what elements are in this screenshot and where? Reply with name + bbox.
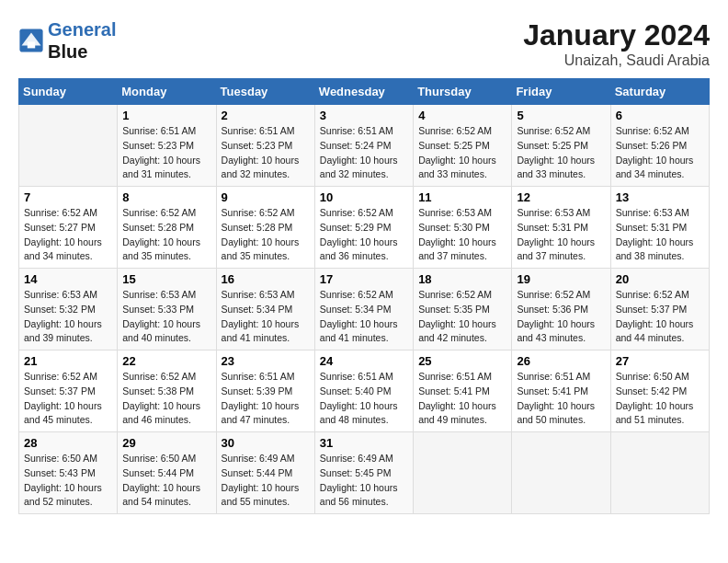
day-number: 27 xyxy=(616,354,704,368)
day-number: 12 xyxy=(517,190,605,204)
day-number: 21 xyxy=(24,354,112,368)
calendar-cell: 29Sunrise: 6:50 AMSunset: 5:44 PMDayligh… xyxy=(118,432,216,514)
day-number: 14 xyxy=(24,272,112,286)
day-number: 30 xyxy=(222,436,310,450)
calendar-header-row: SundayMondayTuesdayWednesdayThursdayFrid… xyxy=(19,79,710,105)
day-info: Sunrise: 6:51 AMSunset: 5:40 PMDaylight:… xyxy=(320,370,408,428)
day-number: 11 xyxy=(418,190,506,204)
day-info: Sunrise: 6:49 AMSunset: 5:44 PMDaylight:… xyxy=(222,452,310,510)
calendar-cell: 5Sunrise: 6:52 AMSunset: 5:25 PMDaylight… xyxy=(512,105,610,187)
header-monday: Monday xyxy=(118,79,216,105)
day-number: 31 xyxy=(320,436,408,450)
day-info: Sunrise: 6:53 AMSunset: 5:31 PMDaylight:… xyxy=(616,206,704,264)
svg-rect-2 xyxy=(28,41,35,48)
day-info: Sunrise: 6:52 AMSunset: 5:25 PMDaylight:… xyxy=(517,124,605,182)
calendar-cell xyxy=(19,105,118,187)
day-number: 26 xyxy=(517,354,605,368)
calendar-cell: 7Sunrise: 6:52 AMSunset: 5:27 PMDaylight… xyxy=(19,187,118,269)
calendar-table: SundayMondayTuesdayWednesdayThursdayFrid… xyxy=(18,78,710,514)
day-number: 28 xyxy=(24,436,112,450)
day-info: Sunrise: 6:53 AMSunset: 5:33 PMDaylight:… xyxy=(122,288,210,346)
day-info: Sunrise: 6:52 AMSunset: 5:25 PMDaylight:… xyxy=(418,124,506,182)
header-sunday: Sunday xyxy=(19,79,118,105)
logo-icon xyxy=(18,28,44,53)
day-info: Sunrise: 6:52 AMSunset: 5:37 PMDaylight:… xyxy=(24,370,112,428)
day-info: Sunrise: 6:51 AMSunset: 5:41 PMDaylight:… xyxy=(517,370,605,428)
day-number: 24 xyxy=(320,354,408,368)
calendar-cell: 19Sunrise: 6:52 AMSunset: 5:36 PMDayligh… xyxy=(512,269,610,350)
day-info: Sunrise: 6:53 AMSunset: 5:30 PMDaylight:… xyxy=(418,206,506,264)
day-info: Sunrise: 6:53 AMSunset: 5:31 PMDaylight:… xyxy=(517,206,605,264)
calendar-cell: 22Sunrise: 6:52 AMSunset: 5:38 PMDayligh… xyxy=(118,350,216,432)
calendar-cell: 3Sunrise: 6:51 AMSunset: 5:24 PMDaylight… xyxy=(314,105,413,187)
day-info: Sunrise: 6:53 AMSunset: 5:32 PMDaylight:… xyxy=(24,288,112,346)
calendar-cell: 26Sunrise: 6:51 AMSunset: 5:41 PMDayligh… xyxy=(512,350,610,432)
day-number: 15 xyxy=(122,272,210,286)
day-number: 8 xyxy=(122,190,210,204)
calendar-cell: 14Sunrise: 6:53 AMSunset: 5:32 PMDayligh… xyxy=(19,269,118,350)
day-number: 2 xyxy=(222,109,310,122)
calendar-cell: 25Sunrise: 6:51 AMSunset: 5:41 PMDayligh… xyxy=(414,350,512,432)
calendar-cell: 4Sunrise: 6:52 AMSunset: 5:25 PMDaylight… xyxy=(414,105,512,187)
week-row-3: 14Sunrise: 6:53 AMSunset: 5:32 PMDayligh… xyxy=(19,269,710,350)
calendar-cell: 28Sunrise: 6:50 AMSunset: 5:43 PMDayligh… xyxy=(19,432,118,514)
day-info: Sunrise: 6:52 AMSunset: 5:38 PMDaylight:… xyxy=(122,370,210,428)
day-number: 23 xyxy=(222,354,310,368)
day-info: Sunrise: 6:51 AMSunset: 5:39 PMDaylight:… xyxy=(222,370,310,428)
day-number: 10 xyxy=(320,190,408,204)
calendar-cell: 11Sunrise: 6:53 AMSunset: 5:30 PMDayligh… xyxy=(414,187,512,269)
calendar-cell: 9Sunrise: 6:52 AMSunset: 5:28 PMDaylight… xyxy=(216,187,314,269)
header-thursday: Thursday xyxy=(414,79,512,105)
calendar-cell: 6Sunrise: 6:52 AMSunset: 5:26 PMDaylight… xyxy=(610,105,709,187)
calendar-cell: 23Sunrise: 6:51 AMSunset: 5:39 PMDayligh… xyxy=(216,350,314,432)
day-number: 20 xyxy=(616,272,704,286)
day-number: 7 xyxy=(24,190,112,204)
day-number: 16 xyxy=(222,272,310,286)
calendar-title: January 2024 xyxy=(523,18,710,52)
week-row-5: 28Sunrise: 6:50 AMSunset: 5:43 PMDayligh… xyxy=(19,432,710,514)
day-number: 19 xyxy=(517,272,605,286)
day-info: Sunrise: 6:52 AMSunset: 5:37 PMDaylight:… xyxy=(616,288,704,346)
calendar-cell: 27Sunrise: 6:50 AMSunset: 5:42 PMDayligh… xyxy=(610,350,709,432)
calendar-cell: 21Sunrise: 6:52 AMSunset: 5:37 PMDayligh… xyxy=(19,350,118,432)
calendar-cell: 18Sunrise: 6:52 AMSunset: 5:35 PMDayligh… xyxy=(414,269,512,350)
day-info: Sunrise: 6:49 AMSunset: 5:45 PMDaylight:… xyxy=(320,452,408,510)
logo-text: General Blue xyxy=(48,18,116,63)
day-info: Sunrise: 6:50 AMSunset: 5:42 PMDaylight:… xyxy=(616,370,704,428)
day-number: 17 xyxy=(320,272,408,286)
calendar-cell: 12Sunrise: 6:53 AMSunset: 5:31 PMDayligh… xyxy=(512,187,610,269)
calendar-subtitle: Unaizah, Saudi Arabia xyxy=(523,52,710,69)
header-tuesday: Tuesday xyxy=(216,79,314,105)
calendar-cell: 17Sunrise: 6:52 AMSunset: 5:34 PMDayligh… xyxy=(314,269,413,350)
logo: General Blue xyxy=(18,18,116,63)
day-number: 22 xyxy=(122,354,210,368)
day-number: 3 xyxy=(320,109,408,122)
calendar-cell: 20Sunrise: 6:52 AMSunset: 5:37 PMDayligh… xyxy=(610,269,709,350)
day-number: 9 xyxy=(222,190,310,204)
day-info: Sunrise: 6:51 AMSunset: 5:41 PMDaylight:… xyxy=(418,370,506,428)
week-row-2: 7Sunrise: 6:52 AMSunset: 5:27 PMDaylight… xyxy=(19,187,710,269)
day-info: Sunrise: 6:52 AMSunset: 5:26 PMDaylight:… xyxy=(616,124,704,182)
week-row-1: 1Sunrise: 6:51 AMSunset: 5:23 PMDaylight… xyxy=(19,105,710,187)
day-number: 5 xyxy=(517,109,605,122)
day-number: 13 xyxy=(616,190,704,204)
header-saturday: Saturday xyxy=(610,79,709,105)
calendar-cell: 1Sunrise: 6:51 AMSunset: 5:23 PMDaylight… xyxy=(118,105,216,187)
day-info: Sunrise: 6:52 AMSunset: 5:27 PMDaylight:… xyxy=(24,206,112,264)
day-info: Sunrise: 6:50 AMSunset: 5:43 PMDaylight:… xyxy=(24,452,112,510)
calendar-cell: 16Sunrise: 6:53 AMSunset: 5:34 PMDayligh… xyxy=(216,269,314,350)
calendar-cell: 2Sunrise: 6:51 AMSunset: 5:23 PMDaylight… xyxy=(216,105,314,187)
day-info: Sunrise: 6:52 AMSunset: 5:35 PMDaylight:… xyxy=(418,288,506,346)
calendar-cell: 15Sunrise: 6:53 AMSunset: 5:33 PMDayligh… xyxy=(118,269,216,350)
day-number: 29 xyxy=(122,436,210,450)
day-info: Sunrise: 6:51 AMSunset: 5:23 PMDaylight:… xyxy=(122,124,210,182)
page-header: General Blue January 2024 Unaizah, Saudi… xyxy=(18,18,710,69)
day-info: Sunrise: 6:52 AMSunset: 5:34 PMDaylight:… xyxy=(320,288,408,346)
day-number: 6 xyxy=(616,109,704,122)
day-number: 1 xyxy=(122,109,210,122)
header-friday: Friday xyxy=(512,79,610,105)
day-info: Sunrise: 6:52 AMSunset: 5:28 PMDaylight:… xyxy=(222,206,310,264)
day-info: Sunrise: 6:53 AMSunset: 5:34 PMDaylight:… xyxy=(222,288,310,346)
calendar-cell: 13Sunrise: 6:53 AMSunset: 5:31 PMDayligh… xyxy=(610,187,709,269)
calendar-cell xyxy=(610,432,709,514)
